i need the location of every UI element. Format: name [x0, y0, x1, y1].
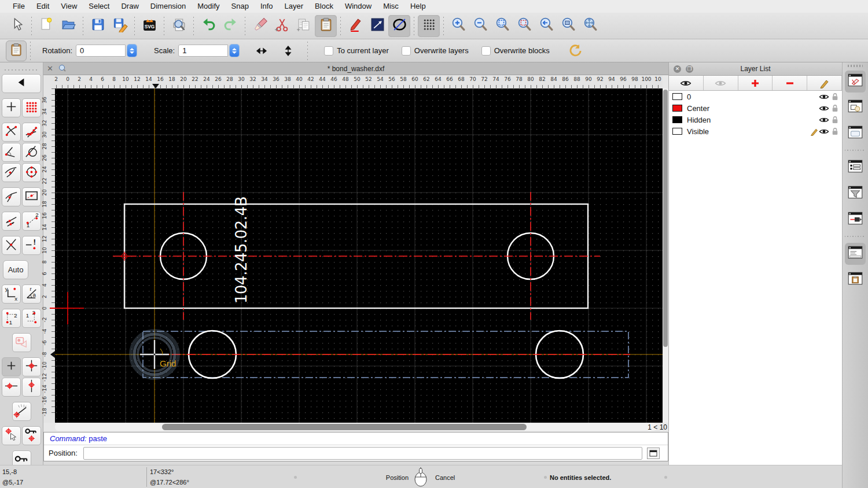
snap-distance-button[interactable] — [2, 163, 21, 182]
restrict-vertical-button[interactable] — [22, 378, 41, 397]
zoom-out-button[interactable] — [469, 15, 491, 37]
snap-intersection-button[interactable] — [2, 236, 21, 255]
paste-button[interactable] — [315, 15, 337, 37]
scale-value[interactable]: 1 — [178, 45, 228, 57]
cut-button[interactable] — [271, 15, 293, 37]
save-file-button[interactable] — [87, 15, 109, 37]
layer-lock-icon[interactable] — [832, 104, 838, 112]
snap-grid-button[interactable] — [22, 98, 41, 117]
set-rel-zero-button[interactable] — [2, 426, 21, 445]
layer-color-swatch[interactable] — [672, 105, 682, 112]
show-all-layers-button[interactable] — [669, 76, 704, 90]
snap-center-button[interactable] — [22, 163, 41, 182]
layer-lock-icon[interactable] — [832, 93, 838, 101]
zoom-previous-button[interactable] — [513, 15, 535, 37]
dock-layer-list-button[interactable] — [845, 71, 866, 93]
draw-pen-button[interactable] — [344, 15, 366, 37]
dock-pen-settings-button[interactable] — [845, 209, 866, 231]
add-layer-button[interactable] — [738, 76, 773, 90]
restrict-horizontal-button[interactable] — [2, 378, 21, 397]
layer-lock-icon[interactable] — [832, 116, 838, 124]
copy-button[interactable] — [293, 15, 315, 37]
snap-auto-seq2-button[interactable]: 12 — [22, 212, 41, 231]
command-window-toggle-icon[interactable] — [647, 448, 660, 459]
dock-block-list-button[interactable] — [845, 97, 866, 119]
dock-selection-filter-button[interactable] — [845, 183, 866, 205]
checkbox-overwrite-blocks[interactable]: Overwrite blocks — [481, 46, 550, 56]
zoom-window-button[interactable] — [557, 15, 579, 37]
scale-spinner[interactable]: 1 — [178, 45, 239, 57]
snap-auto-seq-button[interactable] — [2, 212, 21, 231]
zoom-in-button[interactable] — [447, 15, 469, 37]
layer-row-hidden[interactable]: Hidden — [669, 114, 842, 125]
flip-vertical-icon[interactable] — [278, 41, 298, 61]
selection-tool-button[interactable] — [12, 333, 31, 352]
new-file-button[interactable] — [35, 15, 57, 37]
paste-tool-button[interactable] — [6, 40, 27, 61]
layer-visible-icon[interactable] — [819, 116, 829, 124]
layer-color-swatch[interactable] — [672, 93, 682, 100]
snap-reference-button[interactable] — [22, 187, 41, 206]
toggle-grid-button[interactable] — [418, 15, 440, 37]
print-preview-button[interactable] — [168, 15, 190, 37]
snap-perpendicular-button[interactable] — [2, 143, 21, 162]
delete-selected-button[interactable] — [249, 15, 271, 37]
dock-clipboard-button[interactable] — [845, 269, 866, 291]
menu-select[interactable]: Select — [83, 0, 115, 13]
vertical-scrollbar[interactable] — [663, 88, 668, 423]
menu-snap[interactable]: Snap — [226, 0, 255, 13]
layer-visible-icon[interactable] — [819, 105, 829, 112]
layer-visible-icon[interactable] — [819, 93, 829, 101]
layer-color-swatch[interactable] — [672, 128, 682, 135]
save-as-button[interactable] — [109, 15, 131, 37]
vertical-scrollbar-thumb[interactable] — [663, 90, 668, 347]
hide-all-layers-button[interactable] — [704, 76, 738, 90]
snap-on-entity-button[interactable] — [22, 123, 41, 142]
toolbar-drag-handle[interactable] — [5, 68, 38, 72]
snap-tangent-button[interactable] — [22, 143, 41, 162]
redo-button[interactable] — [219, 15, 241, 37]
ref-corner-b-button[interactable]: 12 — [22, 309, 41, 328]
menu-dimension[interactable]: Dimension — [145, 0, 192, 13]
back-button[interactable] — [2, 74, 41, 93]
checkbox-to-current-layer[interactable]: To current layer — [324, 46, 389, 56]
menu-window[interactable]: Window — [339, 0, 377, 13]
restrict-nothing-button[interactable] — [2, 357, 21, 376]
layer-row-center[interactable]: Center — [669, 102, 842, 114]
layer-lock-icon[interactable] — [832, 127, 838, 135]
zoom-pan-button[interactable] — [579, 15, 601, 37]
checkbox-box[interactable] — [481, 46, 491, 56]
snap-middle-button[interactable] — [2, 187, 21, 206]
coord-polar-button[interactable]: ra — [22, 284, 41, 304]
dock-entity-list-button[interactable] — [845, 157, 866, 179]
draw-ellipse-button[interactable] — [388, 15, 410, 37]
snap-free-button[interactable] — [2, 98, 21, 117]
checkbox-overwrite-layers[interactable]: Overwrite layers — [402, 46, 469, 56]
undo-button[interactable] — [197, 15, 219, 37]
select-pointer-button[interactable] — [6, 15, 28, 37]
angle-gauge-button[interactable] — [12, 402, 31, 421]
remove-layer-button[interactable] — [773, 76, 807, 90]
rotation-spinner[interactable]: 0 — [76, 45, 137, 57]
menu-modify[interactable]: Modify — [192, 0, 225, 13]
menu-file[interactable]: File — [7, 0, 31, 13]
menu-help[interactable]: Help — [404, 0, 432, 13]
layer-row-visible[interactable]: Visible — [669, 125, 842, 137]
layer-color-swatch[interactable] — [672, 116, 682, 123]
rotation-stepper[interactable] — [127, 45, 137, 57]
horizontal-scrollbar[interactable] — [55, 423, 657, 431]
menu-view[interactable]: View — [55, 0, 83, 13]
menu-draw[interactable]: Draw — [115, 0, 144, 13]
snap-endpoint-button[interactable] — [2, 123, 21, 142]
document-tab[interactable]: ✕ * bond_washer.dxf — [43, 62, 668, 75]
reset-rotation-button[interactable] — [565, 40, 586, 61]
snap-intersection-manual-button[interactable]: ! — [22, 236, 41, 255]
dock-drag-handle[interactable] — [848, 65, 863, 67]
dock-library-browser-button[interactable] — [845, 123, 866, 145]
menu-edit[interactable]: Edit — [31, 0, 55, 13]
coord-cartesian-button[interactable]: yx — [2, 284, 21, 304]
menu-block[interactable]: Block — [309, 0, 339, 13]
rotation-value[interactable]: 0 — [76, 45, 126, 57]
auto-text-button[interactable]: Auto — [3, 260, 28, 279]
svg-export-button[interactable]: SVG — [138, 15, 160, 37]
